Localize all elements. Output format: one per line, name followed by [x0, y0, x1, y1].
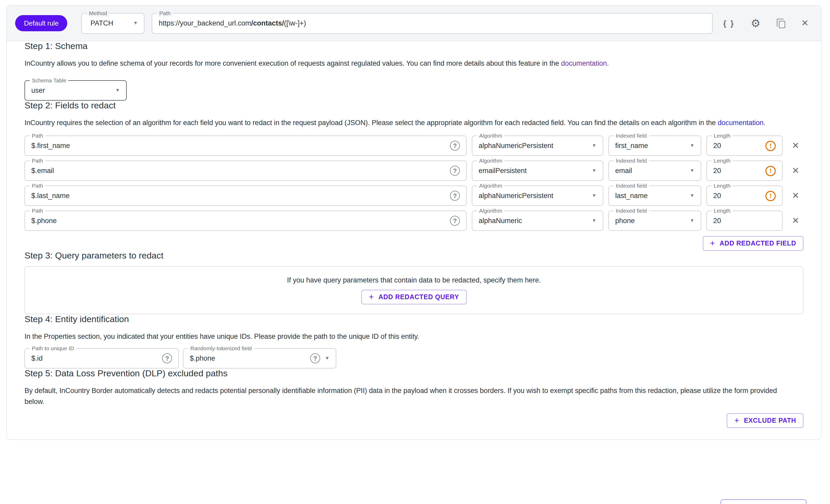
method-select[interactable]: Method PATCH ▼: [82, 13, 145, 34]
schema-table-select[interactable]: Schema Table user ▼: [25, 80, 127, 101]
chevron-down-icon: ▼: [690, 193, 695, 198]
length-label: Length: [712, 182, 733, 189]
path-field-value: $.last_name: [31, 192, 70, 200]
step2-description: InCountry requires the selection of an a…: [25, 117, 803, 128]
indexed-field-select[interactable]: Indexed field phone▼: [608, 210, 701, 231]
path-field[interactable]: Path $.email?: [25, 161, 467, 181]
tokenized-field-select[interactable]: Randomly-tokenized field $.phone?▼: [183, 348, 336, 368]
help-icon[interactable]: ?: [450, 166, 460, 176]
path-field[interactable]: Path $.first_name?: [25, 136, 467, 156]
unique-id-path-value: $.id: [31, 355, 43, 362]
path-field[interactable]: Path $.phone?: [25, 210, 467, 231]
length-value: 20: [713, 192, 721, 200]
algorithm-value: alphaNumericPersistent: [479, 192, 553, 200]
header-actions: { } ⚙ ✕: [723, 18, 809, 29]
warning-icon: !: [765, 166, 776, 176]
algorithm-select[interactable]: Algorithm alphaNumeric▼: [472, 210, 603, 231]
path-label: Path: [157, 9, 172, 16]
chevron-down-icon: ▼: [592, 193, 597, 198]
indexed-field-select[interactable]: Indexed field email▼: [608, 161, 701, 181]
algorithm-value: alphaNumeric: [479, 217, 522, 225]
chevron-down-icon: ▼: [133, 21, 138, 26]
algorithm-select[interactable]: Algorithm alphaNumericPersistent▼: [472, 136, 603, 156]
chevron-down-icon: ▼: [592, 219, 597, 223]
path-field-label: Path: [30, 132, 45, 139]
indexed-field-select[interactable]: Indexed field last_name▼: [608, 186, 701, 206]
schema-table-label: Schema Table: [30, 77, 69, 84]
algorithm-value: alphaNumericPersistent: [479, 142, 553, 149]
rule-editor-page: Default rule Method PATCH ▼ Path https:/…: [0, 0, 830, 504]
indexed-field-select[interactable]: Indexed field first_name▼: [608, 136, 701, 156]
step5-title: Step 5: Data Loss Prevention (DLP) exclu…: [25, 368, 803, 379]
help-icon[interactable]: ?: [162, 354, 172, 363]
tokenized-field-value: $.phone: [190, 355, 215, 362]
help-icon[interactable]: ?: [310, 354, 320, 363]
entity-identification-fields: Path to unique ID $.id? Randomly-tokeniz…: [25, 348, 803, 368]
length-field[interactable]: Length 20!: [706, 136, 783, 156]
unique-id-path-label: Path to unique ID: [30, 344, 76, 352]
length-label: Length: [712, 157, 733, 164]
chevron-down-icon: ▼: [690, 168, 695, 173]
step5-description: By default, InCountry Border automatical…: [25, 385, 788, 407]
algorithm-value: emailPersistent: [479, 167, 527, 175]
chevron-down-icon: ▼: [592, 168, 597, 173]
unique-id-path-field[interactable]: Path to unique ID $.id?: [25, 348, 179, 368]
length-field[interactable]: Length 20!: [706, 186, 783, 206]
add-redacted-field-button[interactable]: +ADD REDACTED FIELD: [703, 236, 803, 251]
algorithm-select[interactable]: Algorithm emailPersistent▼: [472, 161, 603, 181]
length-value: 20: [713, 167, 721, 175]
redacted-field-row: Path $.last_name? Algorithm alphaNumeric…: [25, 186, 803, 206]
step3-title: Step 3: Query parameters to redact: [25, 251, 803, 261]
help-icon[interactable]: ?: [450, 216, 460, 226]
length-field[interactable]: Length 20!: [706, 210, 783, 231]
step1-documentation-link[interactable]: documentation.: [561, 59, 609, 67]
redacted-query-hint: If you have query parameters that contai…: [287, 276, 541, 284]
step1-title: Step 1: Schema: [25, 41, 803, 52]
path-field[interactable]: Path $.last_name?: [25, 186, 467, 206]
algorithm-label: Algorithm: [477, 207, 504, 214]
path-input[interactable]: Path https://your_backend_url.com/contac…: [152, 13, 713, 34]
redacted-field-row: Path $.phone? Algorithm alphaNumeric▼ In…: [25, 210, 803, 231]
length-field[interactable]: Length 20!: [706, 161, 783, 181]
plus-icon: +: [734, 416, 739, 425]
duplicate-rule-icon[interactable]: [777, 19, 785, 28]
step2-documentation-link[interactable]: documentation.: [717, 119, 765, 127]
indexed-field-value: email: [615, 167, 632, 175]
remove-field-button[interactable]: ✕: [788, 140, 803, 151]
warning-icon: !: [765, 140, 776, 151]
length-value: 20: [713, 142, 721, 149]
settings-gear-icon[interactable]: ⚙: [751, 18, 761, 29]
indexed-field-label: Indexed field: [614, 157, 649, 164]
path-field-value: $.email: [31, 167, 54, 175]
help-icon[interactable]: ?: [450, 141, 460, 150]
indexed-field-value: first_name: [615, 142, 648, 149]
algorithm-label: Algorithm: [477, 132, 504, 139]
path-field-value: $.first_name: [31, 142, 70, 149]
json-braces-icon[interactable]: { }: [723, 19, 735, 27]
schema-table-value: user: [31, 87, 45, 94]
chevron-down-icon: ▼: [690, 219, 695, 223]
remove-field-button[interactable]: ✕: [788, 190, 803, 201]
warning-icon: !: [765, 191, 776, 201]
algorithm-select[interactable]: Algorithm alphaNumericPersistent▼: [472, 186, 603, 206]
rule-body: Step 1: Schema InCountry allows you to d…: [7, 41, 821, 439]
path-field-label: Path: [30, 182, 45, 189]
indexed-field-label: Indexed field: [614, 132, 649, 139]
remove-field-button[interactable]: ✕: [788, 165, 803, 176]
chevron-down-icon: ▼: [592, 143, 597, 148]
redacted-field-row: Path $.email? Algorithm emailPersistent▼…: [25, 161, 803, 181]
chevron-down-icon: ▼: [325, 356, 329, 361]
remove-field-button[interactable]: ✕: [788, 215, 803, 226]
length-value: 20: [713, 217, 721, 225]
method-value: PATCH: [91, 19, 114, 27]
add-redacted-query-button[interactable]: +ADD REDACTED QUERY: [361, 290, 466, 304]
indexed-field-value: phone: [615, 217, 635, 225]
exclude-path-button[interactable]: +EXCLUDE PATH: [727, 413, 803, 428]
close-rule-icon[interactable]: ✕: [801, 19, 809, 28]
step1-description: InCountry allows you to define schema of…: [25, 58, 803, 69]
method-label: Method: [87, 9, 109, 16]
indexed-field-label: Indexed field: [614, 182, 649, 189]
help-icon[interactable]: ?: [450, 191, 460, 201]
chevron-down-icon: ▼: [690, 143, 695, 148]
add-new-rule-button-partial[interactable]: [721, 499, 806, 504]
